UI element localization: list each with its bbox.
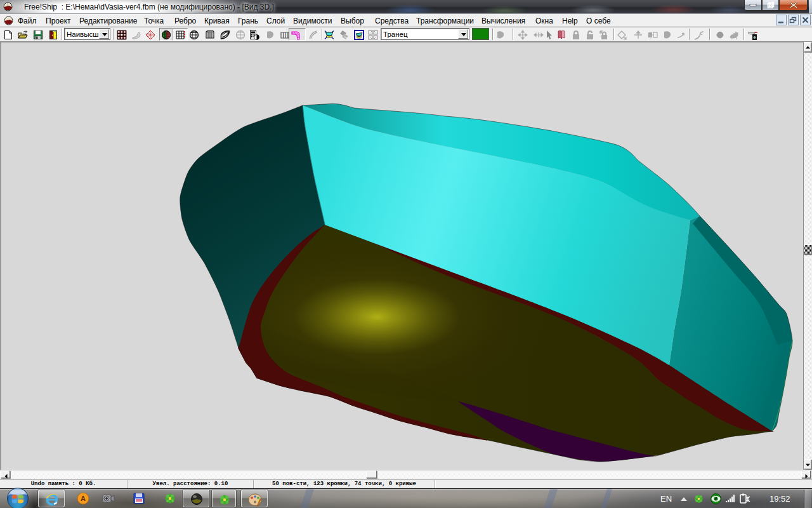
svg-text:A: A — [81, 495, 86, 502]
